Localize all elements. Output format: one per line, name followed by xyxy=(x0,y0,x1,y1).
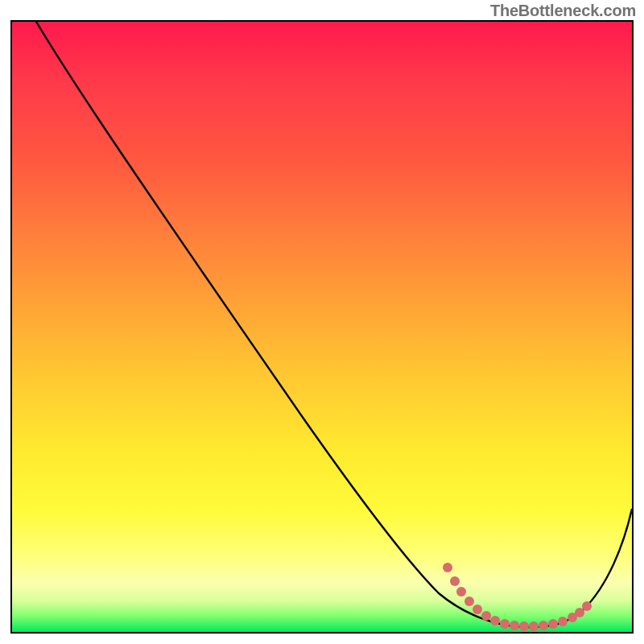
svg-point-7 xyxy=(500,619,510,629)
svg-point-15 xyxy=(575,608,584,617)
curve-overlay xyxy=(12,22,632,632)
svg-point-3 xyxy=(464,597,474,606)
svg-point-13 xyxy=(558,617,568,626)
svg-point-1 xyxy=(450,576,460,586)
chart-container: TheBottleneck.com xyxy=(0,0,644,644)
svg-point-5 xyxy=(481,611,491,621)
svg-point-4 xyxy=(473,605,482,614)
svg-point-10 xyxy=(529,621,539,631)
svg-point-0 xyxy=(443,563,452,572)
svg-point-9 xyxy=(519,621,529,631)
svg-point-16 xyxy=(582,601,592,611)
svg-point-12 xyxy=(548,619,558,629)
svg-point-11 xyxy=(539,621,548,630)
optimal-zone-markers xyxy=(443,563,592,631)
svg-point-8 xyxy=(510,621,519,630)
svg-point-6 xyxy=(490,616,500,625)
bottleneck-curve-line xyxy=(36,22,632,627)
svg-point-2 xyxy=(456,587,466,597)
attribution-label: TheBottleneck.com xyxy=(490,2,636,20)
plot-area xyxy=(10,20,634,634)
